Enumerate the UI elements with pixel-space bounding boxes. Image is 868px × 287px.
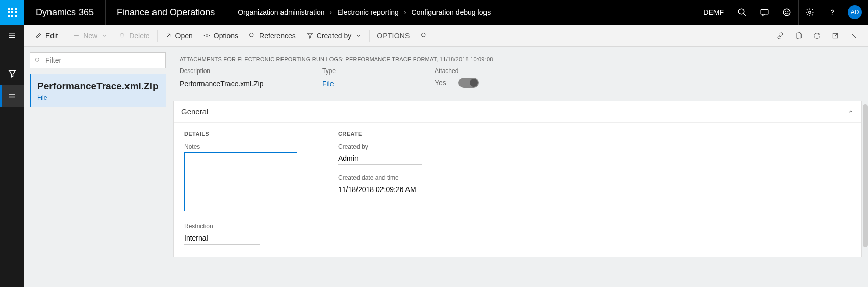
filter-pane-button[interactable]: [0, 62, 24, 85]
svg-line-30: [835, 33, 838, 36]
delete-label: Delete: [129, 32, 149, 40]
svg-line-26: [253, 36, 254, 38]
svg-point-16: [832, 14, 833, 15]
chevron-right-icon: ›: [404, 8, 406, 16]
svg-point-27: [421, 33, 425, 37]
createdby-filter-button[interactable]: Created by: [301, 25, 367, 47]
refresh-icon: [813, 32, 821, 40]
svg-point-9: [738, 9, 744, 14]
svg-rect-11: [761, 10, 768, 14]
options-tab[interactable]: OPTIONS: [372, 25, 415, 47]
filter-box[interactable]: [30, 52, 166, 68]
company-label[interactable]: DEMF: [696, 8, 731, 16]
svg-line-10: [743, 13, 746, 16]
svg-rect-0: [8, 8, 10, 10]
breadcrumb-item[interactable]: Organization administration: [238, 8, 324, 16]
list-item-title: PerformanceTrace.xml.Zip: [37, 81, 160, 92]
help-button[interactable]: [821, 0, 844, 25]
page-title: Attachments for Electronic reporting run…: [171, 47, 862, 67]
messages-button[interactable]: [753, 0, 776, 25]
avatar[interactable]: AD: [848, 5, 862, 19]
svg-point-12: [783, 9, 790, 16]
topbar: Dynamics 365 Finance and Operations Orga…: [0, 0, 868, 25]
options-button[interactable]: Options: [198, 25, 243, 47]
new-label: New: [83, 32, 97, 40]
open-label: Open: [175, 32, 193, 40]
restriction-label: Restriction: [184, 223, 297, 230]
delete-button[interactable]: Delete: [113, 25, 155, 47]
question-icon: [828, 8, 837, 17]
popout-button[interactable]: [826, 25, 845, 47]
createdby-label: Created by: [317, 32, 351, 40]
feedback-button[interactable]: [776, 0, 798, 25]
app-launcher-button[interactable]: [0, 0, 24, 25]
createddt-input[interactable]: [338, 183, 450, 196]
new-button[interactable]: New: [67, 25, 113, 47]
edit-label: Edit: [45, 32, 58, 40]
paperclip-button[interactable]: [771, 25, 789, 47]
svg-point-24: [206, 35, 208, 37]
pencil-icon: [35, 32, 42, 39]
chevron-up-icon: [847, 108, 854, 115]
header-fields: Description PerformanceTrace.xml.Zip Typ…: [171, 67, 862, 101]
gear-icon: [805, 8, 814, 17]
description-value[interactable]: PerformanceTrace.xml.Zip: [180, 78, 287, 90]
module-label: Finance and Operations: [106, 0, 226, 25]
references-button[interactable]: References: [243, 25, 301, 47]
open-button[interactable]: Open: [160, 25, 198, 47]
filter-input[interactable]: [45, 56, 161, 64]
references-label: References: [259, 32, 296, 40]
svg-rect-5: [15, 11, 17, 13]
gear-icon: [203, 32, 211, 39]
breadcrumb-item[interactable]: Electronic reporting: [337, 8, 399, 16]
createdby-input[interactable]: [338, 152, 422, 165]
svg-rect-8: [15, 15, 17, 17]
search-icon: [34, 57, 41, 64]
close-button[interactable]: [845, 25, 863, 47]
funnel-icon: [306, 32, 314, 39]
svg-rect-6: [8, 15, 10, 17]
list-item[interactable]: PerformanceTrace.xml.Zip File: [30, 74, 166, 107]
svg-line-28: [425, 36, 426, 38]
details-section: DETAILS Notes Restriction: [184, 131, 297, 245]
action-search-button[interactable]: [415, 25, 433, 47]
svg-rect-2: [15, 8, 17, 10]
waffle-icon: [8, 8, 17, 17]
main-area: PerformanceTrace.xml.Zip File Attachment…: [24, 47, 868, 287]
chevron-right-icon: ›: [330, 8, 333, 16]
attached-value: Yes: [435, 79, 446, 87]
general-card-header[interactable]: General: [174, 101, 861, 123]
settings-button[interactable]: [799, 0, 821, 25]
office-button[interactable]: [789, 25, 808, 47]
related-info-button[interactable]: [0, 85, 24, 107]
nav-hamburger-button[interactable]: [0, 25, 24, 47]
general-title: General: [181, 107, 208, 116]
refresh-button[interactable]: [808, 25, 826, 47]
chevron-down-icon: [354, 32, 362, 39]
topbar-right: DEMF AD: [696, 0, 868, 25]
svg-rect-1: [11, 8, 13, 10]
edit-button[interactable]: Edit: [30, 25, 63, 47]
create-section: CREATE Created by Created date and time: [338, 131, 450, 245]
trash-icon: [118, 32, 126, 39]
breadcrumb: Organization administration › Electronic…: [226, 8, 491, 16]
type-value[interactable]: File: [322, 78, 399, 90]
restriction-input[interactable]: [184, 232, 260, 245]
svg-rect-7: [11, 15, 13, 17]
notes-input[interactable]: [184, 152, 297, 211]
search-button[interactable]: [731, 0, 753, 25]
search-icon: [248, 32, 256, 39]
brand-label: Dynamics 365: [24, 0, 106, 25]
description-label: Description: [180, 67, 287, 75]
scrollbar[interactable]: [863, 104, 868, 247]
svg-line-34: [38, 61, 40, 62]
svg-rect-3: [8, 11, 10, 13]
chat-icon: [760, 8, 769, 17]
detail-pane: Attachments for Electronic reporting run…: [171, 47, 868, 287]
type-label: Type: [322, 67, 399, 75]
close-icon: [850, 32, 858, 40]
attached-toggle[interactable]: [458, 78, 479, 88]
office-icon: [795, 32, 803, 40]
search-icon: [420, 32, 428, 39]
breadcrumb-item[interactable]: Configuration debug logs: [412, 8, 491, 16]
